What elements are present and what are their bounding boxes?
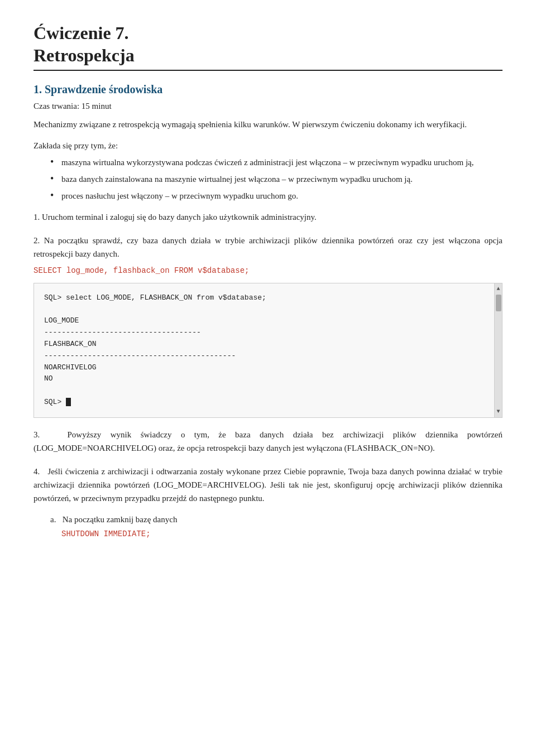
step3-text: 3. Powyższy wynik świadczy o tym, że baz… [34,428,502,455]
main-title-line2: Retrospekcja [34,45,502,66]
terminal-line-3: LOG_MODE [44,315,486,327]
scrollbar-arrow-up[interactable]: ▲ [496,285,500,293]
sub-step-a-text: Na początku zamknij bazę danych [63,515,178,524]
step2-block: 2. Na początku sprawdź, czy baza danych … [34,234,502,418]
step3-body: Powyższy wynik świadczy o tym, że baza d… [34,430,502,452]
step3-number: 3. [34,430,40,439]
step1-block: 1. Uruchom terminal i zaloguj się do baz… [34,210,502,224]
step4-number: 4. [34,467,40,476]
terminal-line-6: ----------------------------------------… [44,350,486,362]
terminal-line-5: FLASHBACK_ON [44,339,486,350]
step2-intro: 2. Na początku sprawdź, czy baza danych … [34,234,502,261]
condition-item-1: maszyna wirtualna wykorzystywana podczas… [50,156,502,169]
sub-step-a-block: a. Na początku zamknij bazę danych SHUTD… [50,513,502,538]
sub-step-a-letter: a. [50,515,56,524]
step4-block: 4. Jeśli ćwiczenia z archiwizacji i odtw… [34,465,502,538]
terminal-line-2 [44,304,486,316]
scrollbar-thumb[interactable] [496,295,501,311]
terminal-line-10: SQL> [44,397,486,408]
time-info: Czas trwania: 15 minut [34,102,502,111]
step3-block: 3. Powyższy wynik świadczy o tym, że baz… [34,428,502,455]
terminal-line-8: NO [44,373,486,385]
terminal-block: SQL> select LOG_MODE, FLASHBACK_ON from … [34,283,502,418]
terminal-line-1: SQL> select LOG_MODE, FLASHBACK_ON from … [44,292,486,304]
step4-text: 4. Jeśli ćwiczenia z archiwizacji i odtw… [34,465,502,505]
conditions-list: maszyna wirtualna wykorzystywana podczas… [50,156,502,203]
terminal-line-4: ------------------------------------ [44,327,486,339]
condition-item-3: proces nasłuchu jest włączony – w przeci… [50,189,502,203]
step2-code-inline: SELECT log_mode, flashback_on FROM v$dat… [34,266,502,275]
terminal-scrollbar[interactable]: ▲ ▼ [494,283,502,417]
section1-heading: 1. Sprawdzenie środowiska [34,83,502,96]
title-divider [34,70,502,71]
condition-item-2: baza danych zainstalowana na maszynie wi… [50,172,502,186]
conditions-intro: Zakłada się przy tym, że: [34,139,502,152]
step4-body: Jeśli ćwiczenia z archiwizacji i odtwarz… [34,467,502,503]
sub-step-a-label-text: a. Na początku zamknij bazę danych [50,513,502,526]
terminal-line-7: NOARCHIVELOG [44,362,486,374]
scrollbar-arrow-down[interactable]: ▼ [496,407,500,416]
cursor [66,398,71,406]
step1-label: 1. Uruchom terminal i zaloguj się do baz… [34,210,502,224]
main-title-line1: Ćwiczenie 7. [34,22,502,44]
sub-step-a-code: SHUTDOWN IMMEDIATE; [61,529,502,538]
terminal-line-9 [44,385,486,397]
intro-paragraph: Mechanizmy związane z retrospekcją wymag… [34,118,502,131]
